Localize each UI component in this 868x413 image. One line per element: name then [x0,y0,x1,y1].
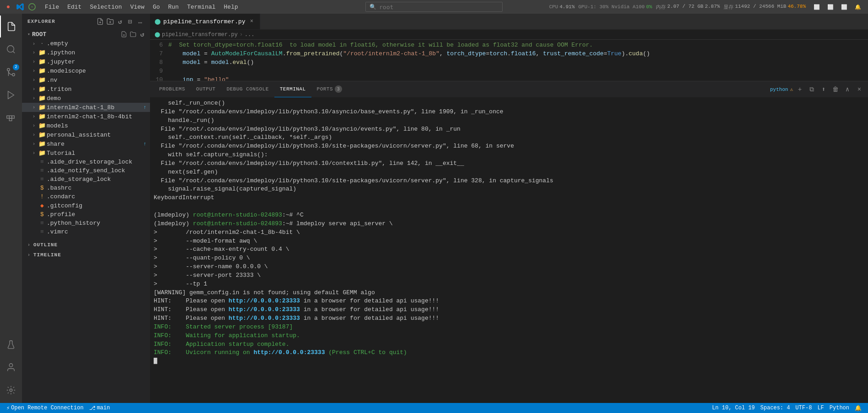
new-file-icon[interactable] [96,17,104,26]
status-branch[interactable]: ⎇ main [86,405,113,412]
panel-tab-terminal[interactable]: TERMINAL [274,81,311,97]
status-encoding[interactable]: UTF-8 [793,405,814,412]
tree-item-gitconfig[interactable]: › ◆ .gitconfig [22,201,150,210]
activity-settings[interactable] [0,379,22,401]
breadcrumb-icon: ⬤ [155,32,160,37]
tree-item-personal[interactable]: › 📁 personal_assistant [22,130,150,139]
tree-item-profile[interactable]: › $ .profile [22,210,150,219]
tab-close-button[interactable]: × [248,18,255,25]
menu-terminal[interactable]: Terminal [183,3,219,11]
collapse-explorer-icon[interactable]: ⊟ [126,17,134,26]
breadcrumb-more[interactable]: ... [245,32,255,38]
search-input[interactable] [379,4,498,11]
status-spaces[interactable]: Spaces: 4 [758,405,793,412]
activity-run-debug[interactable] [0,84,22,106]
status-remote[interactable]: ⚡ Open Remote Connection [4,405,86,412]
svg-rect-10 [12,116,15,118]
status-notifications[interactable]: 🔔 [852,405,864,412]
activity-search[interactable] [0,38,22,60]
kill-terminal-button[interactable]: 🗑 [830,85,841,95]
tree-item-bashrc[interactable]: › $ .bashrc [22,184,150,192]
tree-item-python-history[interactable]: › ≡ .python_history [22,219,150,228]
outline-section[interactable]: › Outline [22,240,150,250]
tree-item-tutorial[interactable]: › 📁 Tutorial [22,148,150,158]
statusbar: ⚡ Open Remote Connection ⎇ main Ln 10, C… [0,403,868,413]
tree-item-jupyter[interactable]: › 📁 .jupyter [22,57,150,66]
activity-files[interactable] [0,16,22,37]
tree-item-condarc[interactable]: › ! .condarc [22,192,150,201]
activity-source-control[interactable]: 2 [0,61,22,83]
tree-item-models[interactable]: › 📁 models [22,121,150,130]
file-icon: ! [38,193,46,200]
tree-root[interactable]: ▾ ROOT ↺ [22,29,150,39]
menu-selection[interactable]: Selection [86,3,125,11]
menu-help[interactable]: Help [220,3,241,11]
menu-edit[interactable]: Edit [64,3,85,11]
search-bar[interactable]: 🔍 [365,2,503,12]
tree-item-demo[interactable]: › 📁 demo [22,94,150,103]
terminal-info-2: INFO: Waiting for application startup. [154,332,864,340]
win-fullscreen[interactable]: ⬜ [838,2,851,11]
tree-item-triton[interactable]: › 📁 .triton [22,85,150,94]
editor-area: ⬤ pipeline_transformer.py × ⬤ pipeline_t… [150,14,868,403]
split-terminal-button[interactable]: ⧉ [807,85,817,95]
tree-item-internlm2[interactable]: › 📁 internlm2-chat-1_8b ↑ [22,103,150,112]
win-notifications[interactable]: 🔔 [852,2,864,11]
menu-file[interactable]: File [41,3,63,11]
tree-item-ipython[interactable]: › 📁 .ipython [22,48,150,57]
folder-icon: 📁 [38,85,46,93]
new-file-icon-root[interactable] [120,30,128,38]
panel-tab-debug[interactable]: DEBUG CONSOLE [221,81,274,97]
activity-extensions[interactable] [0,107,22,129]
new-folder-icon-root[interactable] [129,30,137,38]
tree-item-aide-storage[interactable]: › ≡ .aide_drive_storage_lock [22,158,150,166]
file-icon: ≡ [38,220,46,227]
tree-item-empty[interactable]: › · .empty [22,39,150,48]
status-right: Ln 10, Col 19 Spaces: 4 UTF-8 LF Python … [709,405,864,412]
menu-go[interactable]: Go [149,3,164,11]
folder-icon: 📁 [38,58,46,65]
maximize-panel-button[interactable]: ⬆ [819,85,829,95]
panel-right-controls: python ⚠ + ⧉ ⬆ 🗑 ∧ × [770,85,864,95]
terminal-line: with self.capture_signals(): [154,151,864,159]
refresh-root-icon[interactable]: ↺ [138,30,146,38]
activity-flask[interactable] [0,334,22,355]
tree-item-modelscope[interactable]: › 📁 .modelscope [22,66,150,75]
node-icon: N [27,2,37,11]
folder-icon: 📁 [38,104,46,111]
collapse-panel-button[interactable]: ∧ [842,85,852,95]
panel-tab-problems[interactable]: PROBLEMS [154,81,191,97]
timeline-section[interactable]: › Timeline [22,250,150,260]
status-ln-col[interactable]: Ln 10, Col 19 [709,405,758,412]
activity-account[interactable] [0,356,22,378]
tree-item-aide-notify[interactable]: › ≡ .aide_notify_send_lock [22,166,150,175]
more-explorer-icon[interactable]: … [136,17,145,26]
activity-bar: 2 [0,14,22,403]
menu-view[interactable]: View [127,3,148,11]
status-language[interactable]: Python [827,405,852,412]
svg-rect-7 [7,116,10,118]
sidebar-header-icons: ↺ ⊟ … [96,17,145,26]
win-sidebar-toggle[interactable]: ⬜ [810,2,823,11]
tree-item-aide-storage2[interactable]: › ≡ .aide_storage_lock [22,175,150,184]
tree-item-share[interactable]: › 📁 share ↑ [22,139,150,148]
editor-tab-pipeline[interactable]: ⬤ pipeline_transformer.py × [150,14,260,29]
add-terminal-button[interactable]: + [795,85,805,95]
breadcrumb-file[interactable]: pipeline_transformer.py [162,32,238,38]
status-eol[interactable]: LF [814,405,826,412]
folder-icon: 📁 [38,122,46,129]
tree-item-internlm2-4bit[interactable]: › 📁 internlm2-chat-1_8b-4bit [22,112,150,121]
status-remote-label: Open Remote Connection [11,405,83,411]
panel-tab-output[interactable]: OUTPUT [191,81,221,97]
panel-tab-ports[interactable]: PORTS 3 [311,81,348,97]
terminal-output[interactable]: self._run_once() File "/root/.conda/envs… [150,97,868,403]
menu-run[interactable]: Run [164,3,182,11]
terminal-line: > --tp 1 [154,280,864,289]
close-panel-button[interactable]: × [854,85,864,95]
new-folder-icon[interactable] [106,17,114,26]
tree-item-vimrc[interactable]: › ≡ .vimrc [22,228,150,236]
tree-item-nv[interactable]: › 📁 .nv [22,75,150,85]
refresh-explorer-icon[interactable]: ↺ [116,17,124,26]
folder-icon: 📁 [38,149,46,157]
win-layout[interactable]: ⬜ [824,2,837,11]
